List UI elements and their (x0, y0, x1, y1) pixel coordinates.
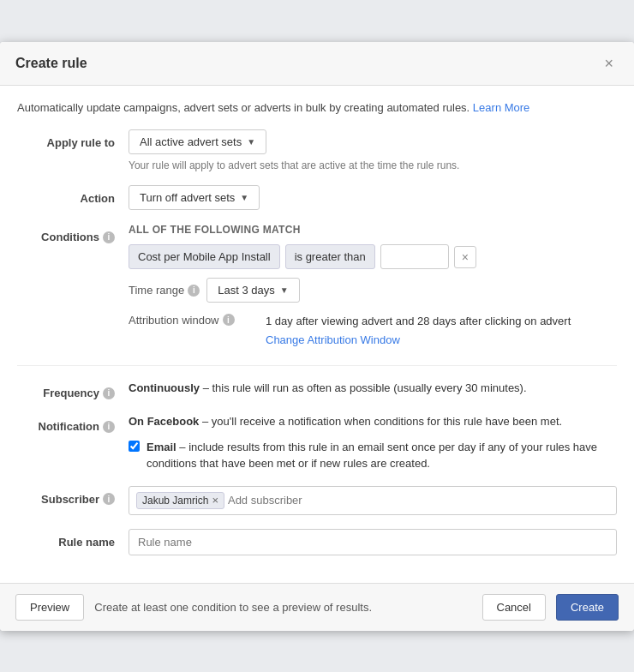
frequency-text: Continuously – this rule will run as oft… (129, 381, 527, 394)
apply-rule-label: Apply rule to (17, 129, 129, 149)
action-label: Action (17, 185, 129, 205)
create-rule-modal: Create rule × Automatically update campa… (0, 42, 634, 631)
apply-rule-content: All active advert sets ▼ Your rule will … (129, 129, 617, 171)
subscriber-tag-remove[interactable]: × (212, 495, 218, 506)
conditions-info-icon: i (103, 231, 115, 243)
notification-row: Notification i On Facebook – you'll rece… (17, 413, 617, 472)
condition-operator-dropdown[interactable]: is greater than (285, 244, 375, 269)
intro-text: Automatically update campaigns, advert s… (17, 99, 617, 117)
close-button[interactable]: × (599, 54, 619, 73)
email-row: Email – include results from this rule i… (129, 439, 617, 472)
rule-name-input[interactable] (129, 529, 617, 555)
frequency-bold: Continuously (129, 381, 200, 394)
change-attribution-link[interactable]: Change Attribution Window (266, 332, 571, 349)
all-match-label: ALL of the following match (129, 224, 617, 236)
frequency-row: Frequency i Continuously – this rule wil… (17, 380, 617, 399)
time-range-info-icon: i (188, 285, 200, 297)
subscriber-input[interactable] (228, 494, 609, 507)
rule-name-content (129, 529, 617, 555)
notification-info-icon: i (103, 421, 115, 433)
subscriber-row: Subscriber i Jakub Jamrich × (17, 486, 617, 515)
apply-rule-row: Apply rule to All active advert sets ▼ Y… (17, 129, 617, 171)
cancel-button[interactable]: Cancel (482, 594, 546, 621)
attribution-info-icon: i (223, 314, 235, 326)
time-range-dropdown[interactable]: Last 3 days ▼ (206, 278, 299, 303)
conditions-label-wrapper: Conditions i (17, 224, 129, 243)
condition-metric-dropdown[interactable]: Cost per Mobile App Install (129, 244, 280, 269)
subscriber-content: Jakub Jamrich × (129, 486, 617, 515)
rule-name-row: Rule name (17, 529, 617, 555)
modal-footer: Preview Create at least one condition to… (0, 583, 634, 631)
condition-input-row: Cost per Mobile App Install is greater t… (129, 244, 617, 269)
action-dropdown-arrow: ▼ (240, 193, 248, 202)
subscriber-info-icon: i (103, 493, 115, 505)
apply-rule-hint: Your rule will apply to advert sets that… (129, 159, 617, 171)
subscriber-field[interactable]: Jakub Jamrich × (129, 486, 617, 515)
notification-content: On Facebook – you'll receive a notificat… (129, 413, 617, 472)
modal-header: Create rule × (0, 42, 634, 86)
email-text: Email – include results from this rule i… (147, 439, 617, 472)
attribution-window-row: Attribution window i 1 day after viewing… (129, 313, 617, 348)
on-facebook-text: On Facebook – you'll receive a notificat… (129, 413, 617, 430)
subscriber-label: Subscriber i (17, 486, 129, 506)
apply-rule-dropdown[interactable]: All active advert sets ▼ (129, 129, 266, 154)
time-range-label: Time range i (129, 284, 200, 297)
learn-more-link[interactable]: Learn More (473, 101, 529, 114)
frequency-info-icon: i (103, 387, 115, 399)
create-button[interactable]: Create (556, 594, 619, 621)
action-row: Action Turn off advert sets ▼ (17, 185, 617, 210)
modal-title: Create rule (15, 56, 87, 71)
time-range-row: Time range i Last 3 days ▼ (129, 278, 617, 303)
preview-button[interactable]: Preview (15, 594, 84, 621)
condition-remove-button[interactable]: × (454, 246, 476, 268)
action-content: Turn off advert sets ▼ (129, 185, 617, 210)
conditions-content: ALL of the following match Cost per Mobi… (129, 224, 617, 351)
notification-label: Notification i (17, 413, 129, 433)
attribution-window-label: Attribution window i (129, 313, 266, 327)
modal-body: Automatically update campaigns, advert s… (0, 86, 634, 583)
divider-1 (17, 365, 617, 366)
apply-rule-dropdown-arrow: ▼ (247, 137, 255, 147)
condition-value-input[interactable] (380, 244, 449, 269)
action-dropdown[interactable]: Turn off advert sets ▼ (129, 185, 260, 210)
frequency-content: Continuously – this rule will run as oft… (129, 380, 617, 397)
time-range-dropdown-arrow: ▼ (280, 285, 289, 295)
email-checkbox[interactable] (129, 441, 140, 452)
attribution-window-value: 1 day after viewing advert and 28 days a… (266, 313, 571, 348)
conditions-row: Conditions i ALL of the following match … (17, 224, 617, 351)
frequency-label: Frequency i (17, 380, 129, 399)
subscriber-tag: Jakub Jamrich × (136, 492, 224, 509)
rule-name-label: Rule name (17, 529, 129, 549)
footer-hint: Create at least one condition to see a p… (94, 601, 471, 614)
